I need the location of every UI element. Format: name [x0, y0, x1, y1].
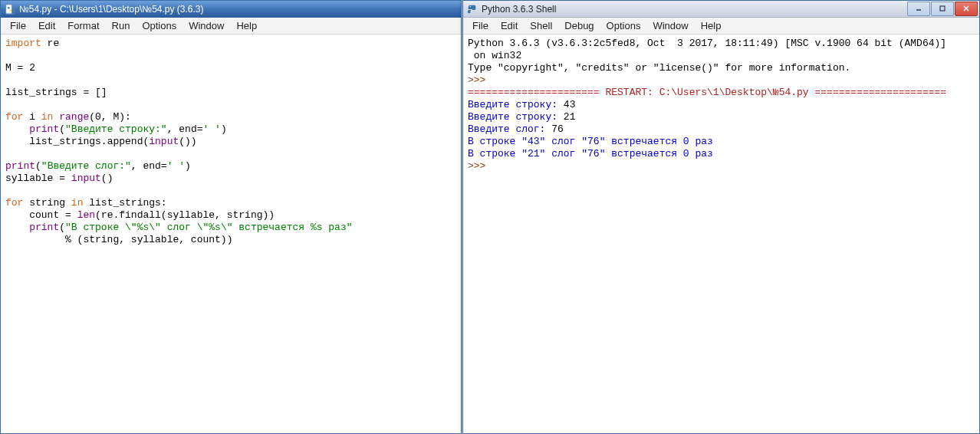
code-text: (0, M): [89, 111, 131, 123]
code-string: ' ' [202, 123, 220, 135]
minimize-button[interactable] [907, 2, 930, 16]
menu-window[interactable]: Window [183, 18, 230, 33]
code-indent [5, 234, 65, 245]
code-text: % (string, syllable, count)) [65, 234, 232, 245]
menu-file[interactable]: File [4, 18, 32, 33]
code-builtin: input [149, 136, 179, 147]
code-text: () [101, 173, 113, 184]
shell-menu-window[interactable]: Window [646, 18, 694, 33]
shell-program-output: Введите слог: [468, 123, 551, 135]
shell-prompt: >>> [468, 160, 492, 172]
code-string: ' ' [167, 160, 185, 172]
shell-program-output: В строке "21" слог "76" встречается 0 ра… [468, 148, 713, 159]
maximize-button[interactable] [931, 2, 954, 16]
editor-code-area[interactable]: import re M = 2 list_strings = [] for i … [1, 35, 461, 433]
shell-banner: on win32 [468, 50, 521, 61]
code-text: , end= [167, 123, 203, 135]
shell-menu-help[interactable]: Help [695, 18, 728, 33]
shell-menu-file[interactable]: File [466, 18, 495, 33]
editor-title: №54.py - C:\Users\1\Desktop\№54.py (3.6.… [19, 4, 461, 15]
code-kw: in [71, 197, 84, 209]
shell-user-input: 21 [564, 111, 576, 123]
editor-titlebar[interactable]: №54.py - C:\Users\1\Desktop\№54.py (3.6.… [1, 1, 461, 18]
code-indent [5, 209, 29, 221]
code-text: list_strings: [83, 197, 166, 209]
shell-menu-edit[interactable]: Edit [495, 18, 524, 33]
code-builtin: len [77, 209, 95, 221]
shell-program-output: Введите строку: [468, 99, 564, 110]
code-text: ) [221, 123, 227, 135]
editor-menubar: File Edit Format Run Options Window Help [1, 18, 461, 35]
shell-menu-debug[interactable]: Debug [558, 18, 600, 33]
shell-banner: Python 3.6.3 (v3.6.3:2c5fed8, Oct 3 2017… [468, 38, 946, 49]
shell-titlebar[interactable]: Python 3.6.3 Shell [463, 1, 979, 18]
code-text: list_strings = [] [5, 87, 107, 98]
shell-prompt: >>> [468, 74, 492, 86]
shell-restart: ====================== RESTART: C:\Users… [468, 87, 946, 98]
shell-banner: Type "copyright", "credits" or "license(… [468, 62, 850, 74]
code-builtin: input [71, 173, 101, 184]
close-button[interactable] [955, 2, 978, 16]
shell-menu-shell[interactable]: Shell [524, 18, 558, 33]
code-kw: for [5, 111, 23, 123]
svg-point-3 [470, 5, 471, 6]
shell-program-output: Введите строку: [468, 111, 564, 123]
shell-menubar: File Edit Shell Debug Options Window Hel… [463, 18, 979, 35]
code-text: (re.findall(syllable, string)) [95, 209, 275, 221]
menu-format[interactable]: Format [61, 18, 105, 33]
code-indent [5, 222, 29, 233]
shell-window: Python 3.6.3 Shell File Edit Shell Debug… [462, 0, 980, 434]
code-kw: for [5, 197, 23, 209]
editor-window: №54.py - C:\Users\1\Desktop\№54.py (3.6.… [0, 0, 462, 434]
shell-user-input: 76 [551, 123, 564, 135]
menu-edit[interactable]: Edit [32, 18, 61, 33]
svg-rect-5 [940, 6, 945, 11]
code-text: , end= [131, 160, 167, 172]
python-shell-icon [466, 3, 478, 15]
code-text: ( [59, 222, 65, 233]
code-text: syllable = [5, 173, 71, 184]
code-text: count = [29, 209, 77, 221]
code-string: "В строке \"%s\" слог \"%s\" встречается… [65, 222, 352, 233]
shell-output-area[interactable]: Python 3.6.3 (v3.6.3:2c5fed8, Oct 3 2017… [463, 35, 979, 433]
code-text: ()) [179, 136, 196, 147]
code-builtin: range [59, 111, 89, 123]
code-kw: import [5, 38, 41, 49]
code-builtin: print [29, 123, 59, 135]
window-controls [906, 2, 978, 17]
svg-rect-0 [6, 5, 12, 14]
shell-user-input: 43 [564, 99, 576, 110]
code-text: list_strings.append( [29, 136, 149, 147]
code-builtin: print [5, 160, 35, 172]
shell-menu-options[interactable]: Options [600, 18, 647, 33]
svg-point-2 [10, 9, 12, 12]
code-string: "Введите строку:" [65, 123, 167, 135]
code-text: ( [59, 123, 65, 135]
code-text: ( [35, 160, 41, 172]
code-indent [5, 136, 29, 147]
menu-options[interactable]: Options [136, 18, 183, 33]
code-indent [5, 123, 29, 135]
menu-run[interactable]: Run [106, 18, 136, 33]
code-text: i [23, 111, 41, 123]
code-text: re [41, 38, 59, 49]
svg-point-1 [8, 7, 10, 9]
code-text: ) [185, 160, 191, 172]
shell-title: Python 3.6.3 Shell [482, 4, 906, 15]
shell-program-output: В строке "43" слог "76" встречается 0 ра… [468, 136, 713, 147]
code-text: string [23, 197, 71, 209]
code-string: "Введите слог:" [41, 160, 131, 172]
code-text: M = 2 [5, 62, 35, 74]
code-builtin: print [29, 222, 59, 233]
menu-help[interactable]: Help [230, 18, 263, 33]
python-file-icon [4, 3, 16, 15]
code-kw: in [41, 111, 54, 123]
